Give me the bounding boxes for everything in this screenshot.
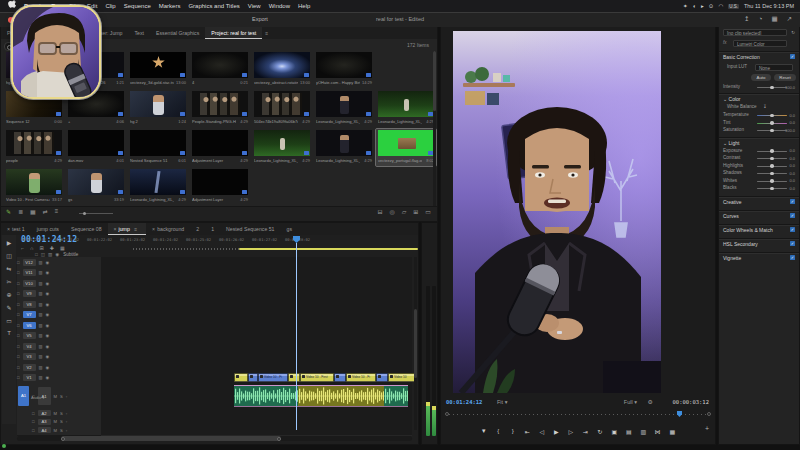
sequence-tab-sequence-08[interactable]: Sequence 08 (65, 223, 108, 235)
menu-window[interactable]: Window (269, 3, 290, 9)
snap-icon[interactable]: ∩ (30, 245, 34, 251)
slider-handle[interactable] (770, 129, 774, 133)
voiceover-mic-icon[interactable]: ◦ (66, 411, 68, 416)
comparison-view-button[interactable]: ⋈ (654, 428, 662, 435)
source-patch-a4[interactable] (18, 427, 29, 434)
project-item[interactable]: yOHate.com - Happy Birth...14:29 (314, 51, 374, 88)
insert-icon[interactable]: ⌐ (21, 245, 24, 251)
section-enabled-checkbox[interactable]: ✓ (790, 255, 795, 260)
auto-button[interactable]: Auto (751, 74, 771, 81)
section-enabled-checkbox[interactable]: ✓ (790, 54, 795, 59)
sync-lock-icon[interactable]: ▥ (39, 260, 43, 265)
sequence-tab-1[interactable]: 1 (205, 223, 220, 235)
sequence-tab-test-1[interactable]: ×test 1 (1, 223, 31, 235)
project-item[interactable]: Leonardo_Lightning_XL_W...4:29 (314, 90, 374, 127)
slider-handle[interactable] (770, 179, 774, 183)
project-item[interactable]: people4:29 (4, 129, 64, 166)
sort-icon[interactable]: ⇄ (43, 208, 48, 215)
track-target-v8[interactable]: V8 (23, 301, 36, 308)
sync-lock-icon[interactable]: ▥ (39, 281, 43, 286)
track-select-tool[interactable]: ◫ (6, 252, 12, 259)
project-item[interactable]: hg 21:24 (128, 90, 188, 127)
source-patch-a3[interactable] (18, 418, 29, 425)
project-item[interactable]: gs33:19 (66, 168, 126, 205)
shadows-slider[interactable] (757, 173, 787, 174)
program-scrubber[interactable] (445, 411, 711, 419)
track-target-v2[interactable]: V2 (23, 364, 36, 371)
voiceover-mic-icon[interactable]: ◦ (66, 419, 68, 424)
work-area-bar[interactable] (239, 248, 418, 251)
sync-lock-icon[interactable]: ▥ (39, 344, 43, 349)
menu-view[interactable]: View (248, 3, 261, 9)
project-item[interactable]: Adjustment Layer4:29 (190, 129, 250, 166)
linked-selection-icon[interactable]: ⊞ (40, 245, 44, 251)
project-item[interactable]: People-Standing-PNG-HD-...4:29 (190, 90, 250, 127)
mute-icon[interactable]: M (54, 394, 58, 399)
program-timecode[interactable]: 00:01:24:12 (446, 399, 482, 405)
project-item[interactable]: vecteezy_abstract-rotating...13:00 (252, 51, 312, 88)
project-item[interactable]: Nested Sequence 516:01 (128, 129, 188, 166)
sequence-tab-jump-cuts[interactable]: jump cuts (31, 223, 65, 235)
eye-icon[interactable]: ◉ (46, 344, 50, 349)
track-target-a2[interactable]: A2 (38, 410, 51, 416)
automate-sequence-icon[interactable]: ⊟ (377, 208, 382, 215)
audio-track-content[interactable] (101, 426, 412, 436)
menubar-clock[interactable]: Thu 11 Dec 9:13 PM (744, 3, 794, 9)
sequence-tab-gs[interactable]: gs (281, 223, 298, 235)
tab-text[interactable]: Text (129, 27, 151, 39)
sync-lock-icon[interactable]: ▥ (39, 323, 43, 328)
lock-icon[interactable]: □ (32, 419, 35, 424)
edit-icon[interactable]: ✎ (6, 208, 11, 215)
play-button[interactable]: ▶ (552, 428, 560, 435)
voiceover-mic-icon[interactable]: ◦ (66, 428, 68, 433)
track-target-v7[interactable]: V7 (23, 311, 36, 318)
eye-icon[interactable]: ◉ (46, 312, 50, 317)
lock-icon[interactable]: □ (17, 260, 20, 265)
project-scrollbar[interactable] (433, 51, 436, 207)
timeline-ruler[interactable]: 00:01:20:0200:01:21:0200:01:22:0200:01:2… (131, 235, 412, 253)
mute-icon[interactable]: M (54, 428, 58, 433)
eye-icon[interactable]: ◉ (46, 375, 50, 380)
status-icon-0[interactable]: ✦ (683, 3, 688, 9)
menu-help[interactable]: Help (298, 3, 310, 9)
sync-lock-icon[interactable]: ▥ (39, 354, 43, 359)
highlights-slider[interactable] (757, 166, 787, 167)
solo-icon[interactable]: S (60, 428, 63, 433)
lock-icon[interactable]: □ (17, 365, 20, 370)
project-item[interactable]: 40:21 (190, 51, 250, 88)
track-target-v9[interactable]: V9 (23, 290, 36, 297)
section-curves[interactable]: Curves (723, 213, 795, 219)
panel-menu-icon[interactable]: ≡ (262, 30, 271, 36)
pen-tool[interactable]: ✎ (6, 304, 11, 311)
track-target-v10[interactable]: V10 (23, 280, 36, 287)
menu-graphics-and-titles[interactable]: Graphics and Titles (188, 3, 239, 9)
section-enabled-checkbox[interactable]: ✓ (790, 227, 795, 232)
project-item[interactable]: Video 10 - First Camera.mp433:17 (4, 168, 64, 205)
whites-slider[interactable] (757, 181, 787, 182)
lock-icon[interactable]: □ (17, 270, 20, 275)
hand-tool[interactable]: ▭ (6, 317, 12, 324)
timeline-hscrollbar[interactable] (17, 436, 412, 441)
sequence-tab-2[interactable]: 2 (190, 223, 205, 235)
playback-resolution-select[interactable]: Full ▾ (624, 399, 637, 405)
timeline-vscrollbar[interactable] (414, 257, 417, 430)
lock-icon[interactable]: □ (17, 281, 20, 286)
panel-menu-icon[interactable]: ≡ (130, 226, 140, 232)
temperature-slider[interactable] (757, 115, 787, 116)
find-icon[interactable]: ◎ (389, 208, 394, 215)
delete-icon[interactable]: ▭ (425, 208, 431, 215)
eye-icon[interactable]: ◉ (46, 354, 50, 359)
apple-menu-icon[interactable] (8, 0, 16, 13)
solo-icon[interactable]: S (60, 394, 63, 399)
tab-essential-graphics[interactable]: Essential Graphics (150, 27, 205, 39)
track-target-v6[interactable]: V6 (23, 322, 36, 329)
add-marker-button[interactable]: ▼ (480, 428, 488, 434)
program-video-frame[interactable] (453, 31, 661, 393)
input-source-badge[interactable]: U.S. (728, 4, 739, 9)
blacks-slider[interactable] (757, 188, 787, 189)
playhead-line[interactable] (296, 243, 297, 430)
source-patch-a2[interactable] (18, 410, 29, 417)
eyedropper-icon[interactable]: ↧ (763, 104, 767, 109)
sync-lock-icon[interactable]: ▥ (39, 302, 43, 307)
quick-export-icon[interactable]: ↥ (744, 15, 749, 23)
